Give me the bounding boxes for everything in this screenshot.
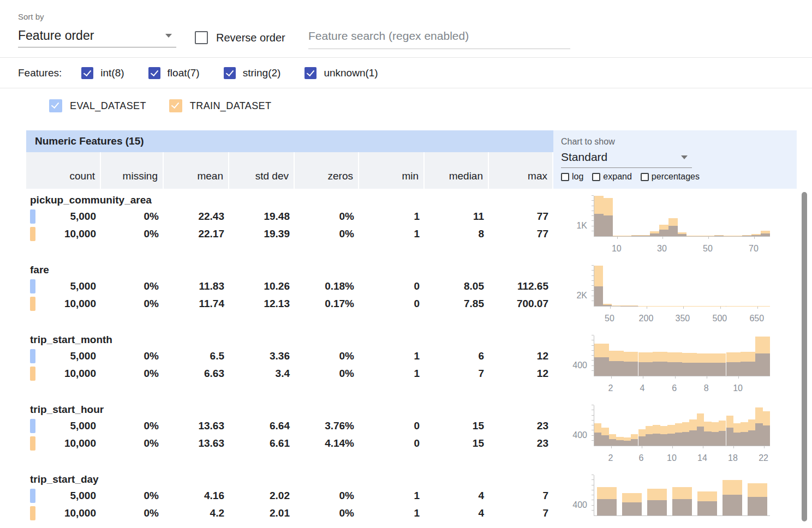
x-axis-tick-mark (754, 237, 755, 239)
histogram-bar-segment (686, 236, 696, 236)
x-axis-tick-mark (757, 307, 758, 309)
histogram-bar-segment (631, 434, 638, 439)
filter-string[interactable]: string(2) (224, 67, 281, 79)
x-axis-tick-mark (703, 446, 703, 448)
histogram-bar-segment (724, 236, 733, 236)
histogram-bar-segment (612, 305, 620, 306)
histogram-bar-segment (667, 434, 674, 446)
x-axis-tick-mark (643, 376, 643, 379)
histogram-bar-segment (672, 487, 692, 499)
toggle-expand[interactable]: expand (592, 172, 632, 182)
histogram-bar-segment (624, 441, 631, 446)
dataset-train[interactable]: TRAIN_DATASET (169, 99, 272, 112)
feature-name: pickup_community_area (26, 193, 553, 208)
histogram-bar-segment (748, 483, 767, 497)
histogram-bar-segment (609, 351, 624, 361)
histogram-bar-segment (597, 499, 617, 515)
stat-mean: 11.74 (164, 298, 229, 310)
stat-count: 5,000 (26, 211, 101, 223)
toggle-log[interactable]: log (561, 172, 583, 182)
x-axis-tick-label: 50 (703, 244, 713, 254)
stat-max: 23 (489, 437, 553, 449)
stat-stddev: 19.48 (229, 211, 295, 223)
filter-float[interactable]: float(7) (148, 67, 200, 79)
numeric-features-title-bar: Numeric Features (15) (26, 130, 553, 152)
expand-checkbox[interactable] (592, 173, 600, 181)
y-axis-minor-tick (592, 495, 594, 495)
reverse-order-checkbox[interactable] (195, 31, 208, 44)
histogram-bar-segment (675, 433, 682, 446)
chart-type-dropdown[interactable]: Standard (561, 147, 692, 168)
histogram-bar-segment (604, 215, 613, 236)
x-axis-tick-mark (611, 446, 612, 448)
top-controls-bar: Sort by Feature order Reverse order (0, 0, 812, 58)
stat-missing: 0% (101, 211, 164, 223)
stat-count: 5,000 (26, 350, 101, 362)
stat-zeros: 0% (295, 350, 359, 362)
toggle-percentages[interactable]: percentages (641, 172, 700, 182)
y-axis-minor-tick (592, 440, 594, 441)
feature-histogram: 400 (553, 472, 797, 528)
histogram-bar-segment (659, 225, 668, 230)
stat-missing: 0% (101, 368, 164, 380)
chart-option-toggles: log expand percentages (561, 172, 797, 182)
histogram-bar-segment (603, 304, 612, 305)
histogram-bar-segment (705, 236, 714, 236)
log-checkbox[interactable] (561, 173, 569, 181)
stat-mean: 22.43 (164, 211, 229, 223)
y-axis-minor-tick (592, 215, 594, 216)
histogram-bar-segment (613, 236, 622, 236)
histogram-bar-segment (682, 422, 689, 432)
search-input[interactable] (308, 27, 570, 49)
histogram-bar-segment (631, 439, 638, 446)
stat-max: 112.65 (489, 280, 553, 292)
column-header-row: count missing mean std dev zeros min med… (26, 152, 553, 189)
stat-median: 11 (425, 211, 489, 223)
sort-by-dropdown[interactable]: Feature order (18, 24, 176, 47)
stat-missing: 0% (101, 490, 164, 502)
dataset-eval[interactable]: EVAL_DATASET (49, 99, 146, 112)
train-dataset-checkbox[interactable] (169, 99, 182, 112)
reverse-order-control[interactable]: Reverse order (195, 31, 285, 44)
histogram-bar-segment (624, 437, 631, 441)
feature-block: pickup_community_area 5,000 0% 22.43 19.… (26, 193, 812, 262)
col-max: max (489, 152, 553, 189)
histogram-bar-segment (726, 416, 733, 428)
histogram-bar-segment (742, 236, 751, 236)
histogram-bar-segment (660, 434, 667, 446)
eval-dataset-checkbox[interactable] (49, 99, 62, 112)
table-header: Numeric Features (15) count missing mean… (26, 130, 812, 189)
stat-missing: 0% (101, 437, 164, 449)
y-axis-minor-tick (592, 510, 594, 511)
histogram-bar-segment (741, 432, 748, 446)
unknown-checkbox[interactable] (304, 67, 317, 79)
stat-zeros: 0% (295, 490, 359, 502)
filter-unknown[interactable]: unknown(1) (304, 67, 378, 79)
y-axis-tick-label: 2K (553, 291, 587, 301)
y-axis-minor-tick (592, 296, 594, 296)
y-axis-tick-label: 400 (553, 500, 587, 510)
histogram-bar-segment (689, 419, 696, 430)
x-axis-tick-label: 650 (749, 314, 764, 323)
histogram-bar-segment (653, 362, 667, 376)
y-axis-minor-tick (592, 280, 594, 281)
histogram-bar-segment (761, 233, 770, 236)
filter-int[interactable]: int(8) (81, 67, 124, 79)
stat-missing: 0% (101, 507, 164, 519)
feature-name: trip_start_day (26, 472, 553, 487)
percentages-checkbox[interactable] (641, 173, 649, 181)
stat-count: 5,000 (26, 280, 101, 292)
y-axis-minor-tick (592, 220, 594, 221)
vertical-scrollbar[interactable] (802, 192, 807, 521)
int-checkbox[interactable] (81, 67, 93, 79)
stat-count: 10,000 (26, 437, 101, 449)
float-checkbox[interactable] (148, 67, 160, 79)
y-axis-minor-tick (592, 500, 594, 500)
string-checkbox[interactable] (224, 67, 236, 79)
stat-count: 10,000 (26, 368, 101, 380)
stat-min: 1 (359, 211, 425, 223)
x-axis-tick-mark (617, 237, 618, 239)
histogram-bar-segment (723, 495, 742, 515)
histogram-bar-segment (638, 362, 653, 376)
eval-color-swatch (30, 419, 35, 433)
